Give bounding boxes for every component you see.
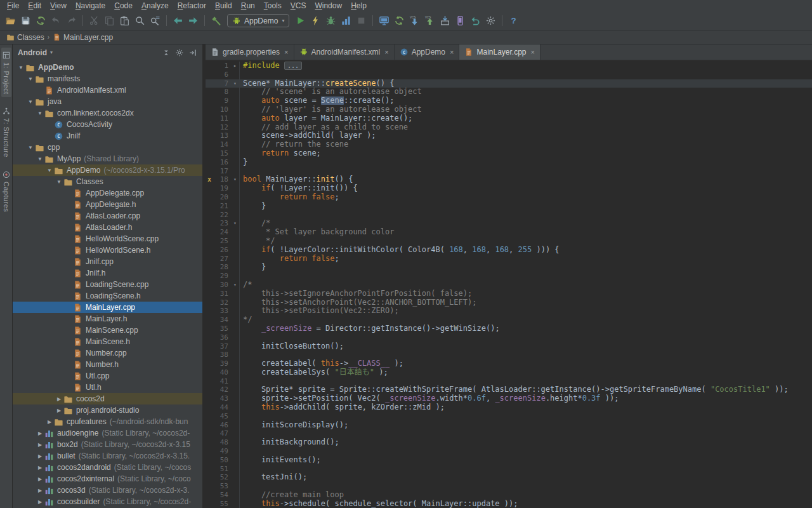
open-project-icon[interactable] [3, 13, 18, 28]
code-line[interactable]: 50 initEvents(); [206, 456, 812, 465]
chevron-expanded-icon[interactable]: ▼ [36, 110, 44, 116]
menu-item-window[interactable]: Window [310, 1, 346, 11]
tree-item-cocos3d[interactable]: ▶cocos3d(Static Library, ~/cocos2d-x-3. [13, 485, 202, 496]
menu-item-build[interactable]: Build [211, 1, 237, 11]
code-line[interactable]: 49 [206, 447, 812, 456]
code-line[interactable]: 53 [206, 482, 812, 491]
tree-item-myapp[interactable]: ▼MyApp(Shared Library) [13, 153, 202, 164]
menu-item-tools[interactable]: Tools [259, 1, 286, 11]
code-line[interactable]: 35 _screenSize = Director::getInstance()… [206, 324, 812, 333]
tree-item-atlasloader-cpp[interactable]: AtlasLoader.cpp [13, 210, 202, 222]
code-line[interactable]: 19 if( !Layer::init()) { [206, 184, 812, 193]
apply-changes-icon[interactable] [308, 13, 323, 28]
code-line[interactable]: 27 return false; [206, 255, 812, 264]
tree-item-cpufeatures[interactable]: ▶cpufeatures(~/android-sdk/ndk-bun [13, 416, 202, 427]
tree-item-mainlayer-h[interactable]: MainLayer.h [13, 313, 202, 324]
code-line[interactable]: 28 } [206, 263, 812, 272]
tree-item-helloworldscene-cpp[interactable]: HelloWorldScene.cpp [13, 233, 202, 244]
copy-icon[interactable] [102, 13, 117, 28]
code-line[interactable]: 47 [206, 429, 812, 438]
code-line[interactable]: 40 createLabelSys( "日本語も" ); [206, 368, 812, 377]
project-view-selector[interactable]: Android ▾ [18, 48, 53, 57]
tool-window-tab-1-project[interactable]: 1: Project [1, 48, 11, 97]
tree-item-cocos2dxinternal[interactable]: ▶cocos2dxinternal(Static Library, ~/coco [13, 473, 202, 485]
tree-item-audioengine[interactable]: ▶audioengine(Static Library, ~/cocos2d- [13, 427, 202, 439]
code-line[interactable]: 13 scene->addChild( layer ); [206, 131, 812, 140]
tree-item-appdelegate-h[interactable]: AppDelegate.h [13, 199, 202, 210]
code-line[interactable]: 9 auto scene = Scene::create(); [206, 97, 812, 105]
menu-item-analyze[interactable]: Analyze [137, 1, 173, 11]
fold-marker-icon[interactable]: ▾ [231, 79, 240, 88]
code-line[interactable]: 33 this->setPosition(Vec2::ZERO); [206, 307, 812, 316]
code-line[interactable]: 51 [206, 465, 812, 474]
tree-item-jnilf[interactable]: CJnilf [13, 130, 202, 142]
tree-item-number-cpp[interactable]: Number.cpp [13, 347, 202, 359]
close-icon[interactable]: × [531, 48, 535, 56]
tree-item-jnilf-cpp[interactable]: Jnilf.cpp [13, 256, 202, 267]
chevron-collapsed-icon[interactable]: ▶ [55, 396, 63, 402]
code-line[interactable]: 25 */ [206, 237, 812, 246]
chevron-collapsed-icon[interactable]: ▶ [36, 488, 44, 493]
tab-androidmanifest-xml[interactable]: AndroidManifest.xml× [294, 44, 395, 60]
code-line[interactable]: 48 initBackground(); [206, 438, 812, 447]
breadcrumb-item-mainlayer-cpp[interactable]: MainLayer.cpp [51, 33, 114, 42]
tree-item-bullet[interactable]: ▶bullet(Static Library, ~/cocos2d-x-3.15… [13, 450, 202, 462]
find-icon[interactable] [133, 13, 147, 28]
chevron-collapsed-icon[interactable]: ▶ [55, 408, 63, 413]
tool-window-tab-7-structure[interactable]: 7: Structure [1, 104, 11, 161]
vcs-update-icon[interactable]: VCS [407, 13, 422, 28]
hide-panel-icon[interactable] [188, 48, 197, 57]
tree-item-manifests[interactable]: ▼manifests [13, 73, 202, 84]
tree-item-loadingscene-cpp[interactable]: LoadingScene.cpp [13, 279, 202, 290]
avd-manager-icon[interactable] [453, 13, 468, 28]
tree-item-utl-h[interactable]: Utl.h [13, 382, 202, 393]
code-line[interactable]: 14 // return the scene [206, 140, 812, 149]
close-icon[interactable]: × [284, 48, 288, 56]
tree-item-mainscene-cpp[interactable]: MainScene.cpp [13, 324, 202, 336]
chevron-expanded-icon[interactable]: ▼ [36, 156, 44, 162]
code-line[interactable]: 36 [206, 333, 812, 342]
close-icon[interactable]: × [450, 48, 454, 56]
code-line[interactable]: 11 auto layer = MainLayer::create(); [206, 114, 812, 123]
tree-item-proj-android-studio[interactable]: ▶proj.android-studio [13, 404, 202, 416]
code-line[interactable]: 32 this->setAnchorPoint(Vec2::ANCHOR_BOT… [206, 298, 812, 307]
help-icon[interactable]: ? [506, 13, 521, 28]
tree-item-classes[interactable]: ▼Classes [13, 176, 202, 187]
chevron-collapsed-icon[interactable]: ▶ [45, 419, 54, 425]
tree-item-cpp[interactable]: ▼cpp [13, 142, 202, 153]
chevron-expanded-icon[interactable]: ▼ [26, 145, 35, 150]
chevron-collapsed-icon[interactable]: ▶ [36, 476, 44, 482]
menu-item-code[interactable]: Code [110, 1, 137, 11]
code-line[interactable]: 6 [206, 70, 812, 79]
run-config-select[interactable]: AppDemo▾ [227, 14, 289, 27]
make-project-icon[interactable] [209, 13, 223, 28]
fold-marker-icon[interactable]: ▾ [231, 175, 240, 184]
code-line[interactable]: 54 //create main loop [206, 491, 812, 500]
fold-marker-icon[interactable]: ▸ [231, 62, 240, 70]
code-line[interactable]: x18▾bool MainLayer::init() { [206, 175, 812, 184]
code-line[interactable]: 26 if( !LayerColor::initWithColor( Color… [206, 246, 812, 255]
tree-item-appdemo[interactable]: ▼AppDemo(~/cocos2d-x-3.15.1/Pro [13, 164, 202, 176]
profile-icon[interactable] [339, 13, 353, 28]
code-line[interactable]: 7▾Scene* MainLayer::createScene() { [206, 79, 812, 88]
code-line[interactable]: 24 * Set layer background color [206, 228, 812, 237]
tree-item-atlasloader-h[interactable]: AtlasLoader.h [13, 222, 202, 233]
replace-icon[interactable] [148, 13, 162, 28]
tree-item-jnilf-h[interactable]: Jnilf.h [13, 267, 202, 279]
code-line[interactable]: 22 [206, 211, 812, 220]
chevron-collapsed-icon[interactable]: ▶ [36, 453, 44, 459]
tree-item-androidmanifest-xml[interactable]: AndroidManifest.xml [13, 84, 202, 96]
code-line[interactable]: 21 } [206, 202, 812, 211]
navigate-forward-icon[interactable] [186, 13, 200, 28]
code-line[interactable]: 38 [206, 351, 812, 359]
tab-mainlayer-cpp[interactable]: MainLayer.cpp× [459, 44, 540, 60]
chevron-expanded-icon[interactable]: ▼ [55, 179, 63, 185]
chevron-collapsed-icon[interactable]: ▶ [36, 499, 44, 505]
tree-item-com-linknext-cocos2dx[interactable]: ▼com.linknext.cocos2dx [13, 107, 202, 119]
save-all-icon[interactable] [18, 13, 33, 28]
paste-icon[interactable] [117, 13, 132, 28]
tool-window-tab-captures[interactable]: Captures [1, 167, 11, 215]
tree-item-helloworldscene-h[interactable]: HelloWorldScene.h [13, 244, 202, 256]
chevron-collapsed-icon[interactable]: ▶ [36, 442, 44, 448]
code-line[interactable]: 44 this->addChild( sprite, kZOrder::zMid… [206, 403, 812, 412]
